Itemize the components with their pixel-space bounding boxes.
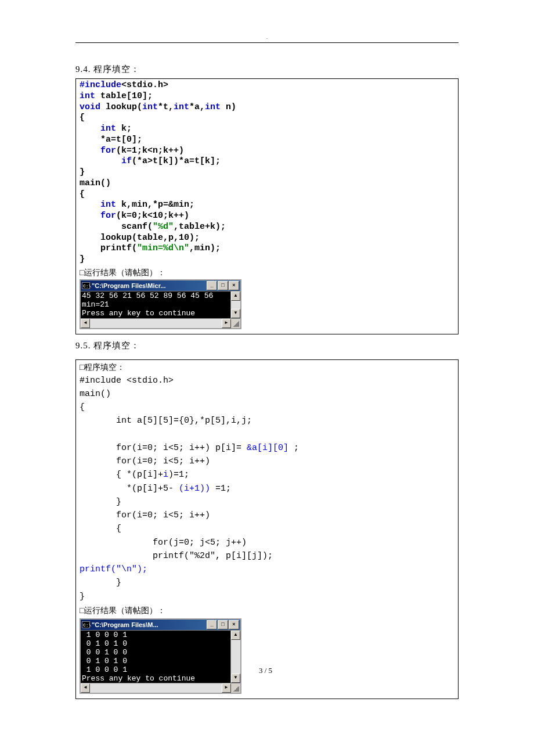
console-output: 1 0 0 0 1 0 1 0 1 0 0 0 1 0 0 0 1 0 1 0 … [81, 631, 230, 683]
maximize-button[interactable]: □ [218, 620, 228, 629]
header-dot: . [75, 35, 459, 40]
scroll-left-icon[interactable]: ◄ [81, 319, 90, 328]
close-button[interactable]: × [229, 281, 239, 290]
run-caption-95: □运行结果（请帖图）： [80, 606, 454, 616]
title-buttons: _ □ × [207, 281, 239, 290]
code-94: #include<stdio.h> int table[10]; void lo… [80, 80, 454, 265]
title-buttons: _ □ × [207, 620, 239, 629]
titlebar: C:\ "C:\Program Files\Micr... _ □ × [81, 280, 240, 291]
maximize-button[interactable]: □ [218, 281, 228, 290]
fill-caption-95: □程序填空： [80, 362, 454, 373]
scroll-up-icon[interactable]: ▲ [231, 631, 240, 640]
run-caption-94: □运行结果（请帖图）： [80, 268, 454, 278]
scroll-left-icon[interactable]: ◄ [81, 683, 90, 693]
code-box-94: #include<stdio.h> int table[10]; void lo… [75, 78, 459, 334]
section-heading-94: 9.4. 程序填空： [75, 64, 459, 75]
vertical-scrollbar[interactable]: ▲ ▼ [230, 291, 240, 318]
page-number: 3 / 5 [259, 666, 272, 696]
section-heading-95: 9.5. 程序填空： [75, 340, 459, 351]
scroll-down-icon[interactable]: ▼ [231, 309, 240, 318]
titlebar: C:\ "C:\Program Files\M... _ □ × [81, 620, 240, 630]
scroll-down-icon[interactable]: ▼ [231, 674, 240, 683]
title-text: "C:\Program Files\Micr... [92, 282, 207, 289]
code-95: #include <stdio.h> main() { int a[5][5]=… [80, 374, 454, 603]
console-window-95: C:\ "C:\Program Files\M... _ □ × 1 0 0 0… [80, 618, 241, 694]
header-rule [75, 42, 459, 43]
resize-grip[interactable] [231, 683, 240, 693]
page: . 9.4. 程序填空： #include<stdio.h> int table… [0, 0, 534, 727]
console-window-94: C:\ "C:\Program Files\Micr... _ □ × 45 3… [80, 279, 241, 329]
vertical-scrollbar[interactable]: ▲ ▼ [230, 631, 240, 683]
horizontal-scrollbar[interactable]: ◄ ► [81, 318, 240, 328]
console-output: 45 32 56 21 56 52 89 56 45 56 min=21 Pre… [81, 291, 230, 318]
cmd-icon: C:\ [82, 621, 90, 628]
minimize-button[interactable]: _ [207, 620, 217, 629]
minimize-button[interactable]: _ [207, 281, 217, 290]
resize-grip[interactable] [231, 319, 240, 328]
close-button[interactable]: × [229, 620, 239, 629]
code-box-95: □程序填空： #include <stdio.h> main() { int a… [75, 359, 459, 700]
scroll-right-icon[interactable]: ► [222, 683, 231, 693]
cmd-icon: C:\ [82, 282, 90, 289]
scroll-up-icon[interactable]: ▲ [231, 291, 240, 301]
title-text: "C:\Program Files\M... [92, 621, 207, 628]
horizontal-scrollbar[interactable]: ◄ ► [81, 683, 240, 693]
scroll-right-icon[interactable]: ► [222, 319, 231, 328]
